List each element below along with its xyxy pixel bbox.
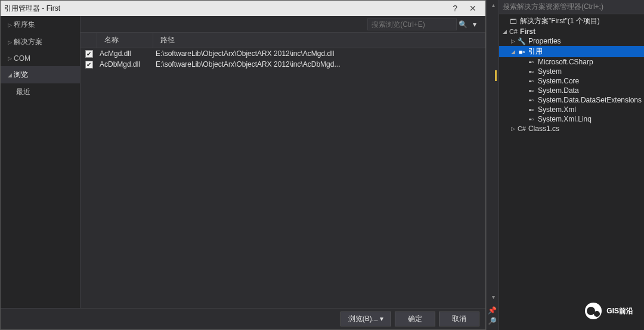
chevron-right-icon: ▷ (8, 39, 14, 45)
chevron-right-icon: ▷ (8, 22, 14, 28)
sidebar-label: 解决方案 (14, 37, 42, 47)
dialog-sidebar: ▷ 程序集 ▷ 解决方案 ▷ COM ◢ 浏览 最近 (1, 16, 80, 308)
tree-references[interactable]: ◢ ■▫ 引用 (499, 46, 644, 57)
tree-label: Properties (528, 37, 561, 45)
cancel-button[interactable]: 取消 (439, 312, 479, 326)
tree-ref-item[interactable]: ▪▫ Microsoft.CSharp (499, 57, 644, 67)
sidebar-item-recent[interactable]: 最近 (1, 83, 80, 101)
tree-ref-item[interactable]: ▪▫ System.Data.DataSetExtensions (499, 95, 644, 105)
sidebar-item-solution[interactable]: ▷ 解决方案 (1, 33, 80, 51)
chevron-down-icon: ◢ (8, 72, 14, 78)
dropdown-icon: ▾ (380, 315, 383, 323)
tree-ref-item[interactable]: ▪▫ System (499, 67, 644, 76)
csharp-file-icon: C# (517, 125, 527, 132)
tree-label: 引用 (528, 46, 543, 57)
col-name[interactable]: 名称 (97, 33, 153, 48)
tree-properties[interactable]: ▷ 🔧 Properties (499, 36, 644, 46)
search-dropdown-icon[interactable]: ▾ (469, 20, 481, 29)
csharp-project-icon: C# (509, 28, 518, 35)
sidebar-item-browse[interactable]: ◢ 浏览 (1, 66, 80, 83)
tree-label: System.Data (538, 86, 579, 95)
reference-list: 名称 路径 ✔ AcMgd.dll E:\softwareLib\ObjectA… (80, 33, 485, 308)
tree-label: First (520, 27, 535, 36)
list-row[interactable]: ✔ AcMgd.dll E:\softwareLib\ObjectArx\Obj… (80, 48, 485, 59)
solution-tree: 🗔 解决方案"First"(1 个项目) ◢ C# First ▷ 🔧 Prop… (499, 14, 644, 330)
sidebar-label: 浏览 (14, 70, 28, 80)
scroll-up-icon[interactable]: ▴ (492, 2, 495, 8)
search-icon[interactable]: 🔍 (457, 20, 469, 29)
tree-label: System (538, 67, 562, 76)
tree-project[interactable]: ◢ C# First (499, 27, 644, 36)
ref-path: E:\softwareLib\ObjectArx\ObjectARX 2012\… (153, 60, 485, 69)
references-icon: ■▫ (517, 48, 527, 55)
col-path[interactable]: 路径 (153, 33, 485, 48)
ref-name: AcDbMgd.dll (97, 60, 153, 69)
chevron-right-icon: ▷ (510, 126, 517, 132)
dialog-titlebar[interactable]: 引用管理器 - First ? ✕ (1, 1, 485, 16)
browse-button[interactable]: 浏览(B)... ▾ (340, 312, 391, 326)
tree-label: Microsoft.CSharp (538, 58, 593, 66)
list-row[interactable]: ✔ AcDbMgd.dll E:\softwareLib\ObjectArx\O… (80, 59, 485, 70)
pin-icon[interactable]: 📌 (488, 306, 497, 315)
tree-ref-item[interactable]: ▪▫ System.Data (499, 86, 644, 95)
solution-explorer: 搜索解决方案资源管理器(Ctrl+;) 🗔 解决方案"First"(1 个项目)… (499, 0, 644, 330)
search-input[interactable] (367, 18, 457, 30)
dialog-title: 引用管理器 - First (4, 4, 446, 14)
chevron-down-icon: ◢ (501, 29, 509, 35)
help-icon[interactable]: ? (446, 4, 464, 13)
tree-class-file[interactable]: ▷ C# Class1.cs (499, 124, 644, 133)
editor-gutter: ▴ ▾ 📌 🔎 (486, 0, 499, 330)
ref-name: AcMgd.dll (97, 49, 153, 58)
dialog-footer: 浏览(B)... ▾ 确定 取消 (1, 308, 485, 329)
sidebar-label: 程序集 (14, 20, 35, 30)
change-marker (495, 70, 497, 81)
sidebar-item-assemblies[interactable]: ▷ 程序集 (1, 16, 80, 33)
assembly-icon: ▪▫ (527, 77, 536, 85)
search-icon[interactable]: 🔎 (488, 317, 497, 325)
assembly-icon: ▪▫ (527, 87, 536, 94)
tree-label: System.Data.DataSetExtensions (538, 96, 642, 104)
sidebar-item-com[interactable]: ▷ COM (1, 51, 80, 66)
ref-path: E:\softwareLib\ObjectArx\ObjectARX 2012\… (153, 49, 485, 58)
assembly-icon: ▪▫ (527, 116, 536, 123)
assembly-icon: ▪▫ (527, 58, 536, 66)
sidebar-label: COM (14, 54, 30, 63)
assembly-icon: ▪▫ (527, 68, 536, 75)
chevron-down-icon: ◢ (510, 49, 517, 55)
tree-label: System.Core (538, 77, 579, 85)
tree-label: System.Xml.Linq (538, 115, 592, 123)
explorer-search[interactable]: 搜索解决方案资源管理器(Ctrl+;) (499, 0, 644, 14)
tree-label: Class1.cs (528, 124, 559, 133)
checkbox-icon[interactable]: ✔ (85, 61, 93, 69)
assembly-icon: ▪▫ (527, 106, 536, 113)
search-placeholder: 搜索解决方案资源管理器(Ctrl+;) (503, 2, 603, 12)
ok-button[interactable]: 确定 (395, 312, 435, 326)
tree-ref-item[interactable]: ▪▫ System.Xml (499, 105, 644, 114)
list-header: 名称 路径 (80, 33, 485, 48)
tree-ref-item[interactable]: ▪▫ System.Xml.Linq (499, 114, 644, 124)
tree-ref-item[interactable]: ▪▫ System.Core (499, 76, 644, 86)
sidebar-label: 最近 (16, 87, 30, 97)
tree-label: System.Xml (538, 105, 576, 114)
solution-icon: 🗔 (509, 18, 518, 25)
tree-label: 解决方案"First"(1 个项目) (520, 16, 600, 26)
chevron-right-icon: ▷ (8, 55, 14, 61)
chevron-right-icon: ▷ (510, 38, 517, 44)
wrench-icon: 🔧 (517, 38, 527, 45)
assembly-icon: ▪▫ (527, 96, 536, 104)
reference-manager-dialog: 引用管理器 - First ? ✕ ▷ 程序集 ▷ 解决方案 ▷ COM (0, 0, 486, 330)
scroll-down-icon[interactable]: ▾ (492, 294, 495, 300)
close-icon[interactable]: ✕ (464, 4, 482, 13)
tree-solution[interactable]: 🗔 解决方案"First"(1 个项目) (499, 15, 644, 27)
checkbox-icon[interactable]: ✔ (85, 50, 93, 58)
col-check[interactable] (80, 33, 97, 48)
